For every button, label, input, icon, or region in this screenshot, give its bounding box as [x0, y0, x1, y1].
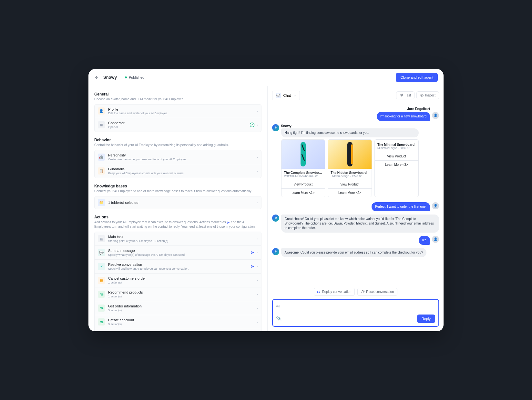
chat-type-dropdown[interactable]: 💬 Chat ⌄: [272, 91, 300, 100]
app-window: Snowy Published Clone and edit agent Gen…: [88, 69, 444, 331]
inspect-button[interactable]: Inspect: [416, 91, 439, 99]
bot-name-label: Snowy: [281, 124, 419, 128]
card-subtitle: Specify what type(s) of message the AI E…: [108, 253, 250, 257]
user-message: I'm looking for a new snowboard: [377, 112, 430, 121]
card-knowledge-folder[interactable]: 📁 1 folder(s) selected ›: [95, 196, 261, 209]
main-content: General Choose an avatar, name and LLM m…: [88, 86, 444, 331]
card-title: Recommend products: [108, 290, 257, 295]
personality-icon: 🤖: [98, 154, 105, 161]
input-toolbar: 📎 Reply: [276, 315, 435, 323]
message-input[interactable]: [276, 304, 435, 308]
top-bar: Snowy Published Clone and edit agent: [88, 69, 444, 86]
top-bar-left: Snowy Published: [94, 75, 144, 80]
bot-message: Great choice! Could you please let me kn…: [281, 215, 439, 233]
card-title: Resolve conversation: [108, 262, 250, 267]
attach-icon[interactable]: 📎: [276, 316, 281, 321]
section-title: Knowledge bases: [94, 184, 261, 188]
chevron-right-icon: ›: [257, 265, 258, 268]
status-dot-icon: [125, 76, 127, 78]
user-message: Perfect, I want to order the first one!: [372, 202, 430, 211]
view-product-button[interactable]: View Product: [375, 152, 418, 160]
footer-actions: ▸▸ Replay conversation Reset conversatio…: [272, 288, 439, 296]
svg-rect-2: [301, 142, 306, 166]
send-icon: [250, 264, 255, 269]
guardrails-icon: 📋: [98, 167, 105, 175]
card-list: ▦ Main task Starting point of your AI Em…: [94, 232, 261, 331]
vertical-divider: [121, 75, 121, 80]
message-row-bot: ❄ Awesome! Could you please provide your…: [272, 248, 439, 257]
learn-more-button[interactable]: Learn More <1>: [281, 188, 325, 197]
card-subtitle: 1 action(s): [108, 281, 257, 285]
chevron-right-icon: ›: [257, 169, 258, 173]
card-main-task[interactable]: ▦ Main task Starting point of your AI Em…: [95, 232, 261, 246]
product-title: The Minimal Snowboard: [377, 143, 416, 146]
user-avatar: 👤: [432, 202, 439, 209]
chat-panel: 💬 Chat ⌄ Test Inspect: [267, 86, 444, 331]
bot-avatar: ❄: [272, 248, 279, 255]
card-checkout[interactable]: 🛍 Create checkout 3 action(s) ›: [95, 315, 261, 329]
card-title: Create checkout: [108, 318, 257, 322]
chat-header: 💬 Chat ⌄ Test Inspect: [272, 91, 439, 100]
reset-button[interactable]: Reset conversation: [357, 288, 397, 296]
product-card: The Minimal Snowboard Minimalist style -…: [374, 139, 419, 197]
section-title: Actions: [94, 215, 261, 219]
message-row-user: Ice 👤: [272, 236, 439, 245]
card-subtitle: OpenAI: [108, 125, 250, 129]
resolve-icon: ✓: [98, 263, 105, 270]
card-handover[interactable]: ⚡ Handover with email Handover the conve…: [95, 329, 261, 331]
section-general: General Choose an avatar, name and LLM m…: [94, 92, 261, 132]
card-profile[interactable]: 👤 Profile Edit the name and avatar of yo…: [95, 105, 261, 118]
card-subtitle: Customize the name, purpose and tone of …: [108, 158, 257, 162]
replay-button[interactable]: ▸▸ Replay conversation: [314, 288, 355, 296]
profile-icon: 👤: [98, 107, 105, 115]
card-title: Connector: [108, 121, 250, 125]
message-row-user: I'm looking for a new snowboard 👤: [272, 112, 439, 121]
card-connector[interactable]: ⊞ Connector OpenAI ›: [95, 118, 261, 132]
product-image: [328, 140, 372, 169]
main-task-icon: ▦: [98, 235, 105, 242]
card-send-message[interactable]: 💬 Send a message Specify what type(s) of…: [95, 246, 261, 260]
chat-icon: 💬: [276, 93, 281, 98]
card-list: 🤖 Personality Customize the name, purpos…: [94, 150, 261, 178]
section-actions: Actions Add actions to your AI Employee …: [94, 215, 261, 331]
reply-button[interactable]: Reply: [417, 315, 435, 323]
product-title: The Complete Snowboard: [284, 171, 322, 175]
chevron-right-icon: ›: [257, 201, 258, 205]
chat-actions: Test Inspect: [396, 91, 439, 99]
message-input-area: 📎 Reply: [272, 299, 439, 327]
status-badge: Published: [125, 75, 144, 79]
learn-more-button[interactable]: Learn More <3>: [375, 160, 418, 169]
card-recommend[interactable]: 🛍 Recommend products 1 action(s) ›: [95, 287, 261, 301]
message-row-user: Perfect, I want to order the first one! …: [272, 202, 439, 211]
product-subtitle: Minimalist style - €885.95: [377, 146, 416, 150]
chevron-right-icon: ›: [257, 123, 258, 127]
learn-more-button[interactable]: Learn More <2>: [328, 188, 372, 197]
test-button[interactable]: Test: [396, 91, 414, 99]
section-behavior: Behavior Control the behavior of your AI…: [94, 138, 261, 178]
agent-name: Snowy: [103, 75, 117, 80]
card-resolve[interactable]: ✓ Resolve conversation Specify if and ho…: [95, 260, 261, 274]
user-avatar: 👤: [432, 112, 439, 119]
chevron-right-icon: ›: [257, 251, 258, 255]
chevron-right-icon: ›: [257, 109, 258, 113]
card-subtitle: Starting point of your AI Employee - 0 a…: [108, 239, 257, 243]
card-title: Get order information: [108, 304, 257, 308]
view-product-button[interactable]: View Product: [328, 180, 372, 188]
card-guardrails[interactable]: 📋 Guardrails Keep your AI Employee in ch…: [95, 164, 261, 178]
view-product-button[interactable]: View Product: [281, 180, 325, 188]
clone-edit-button[interactable]: Clone and edit agent: [396, 73, 438, 82]
card-title: Personality: [108, 153, 257, 157]
card-personality[interactable]: 🤖 Personality Customize the name, purpos…: [95, 150, 261, 164]
card-cancel-order[interactable]: ▦ Cancel customers order 1 action(s) ›: [95, 274, 261, 287]
cancel-icon: ▦: [98, 277, 105, 284]
user-avatar: 👤: [432, 236, 439, 243]
back-arrow-icon[interactable]: [94, 75, 99, 80]
chevron-right-icon: ›: [257, 155, 258, 159]
card-list: 📁 1 folder(s) selected ›: [94, 196, 261, 209]
svg-rect-4: [351, 145, 353, 164]
user-name-label: Jorn Engelbart: [407, 107, 430, 111]
card-subtitle: 3 action(s): [108, 323, 257, 326]
recommend-icon: 🛍: [98, 291, 105, 298]
eye-icon: [420, 94, 424, 97]
card-order-info[interactable]: 🛍 Get order information 3 action(s) ›: [95, 301, 261, 315]
